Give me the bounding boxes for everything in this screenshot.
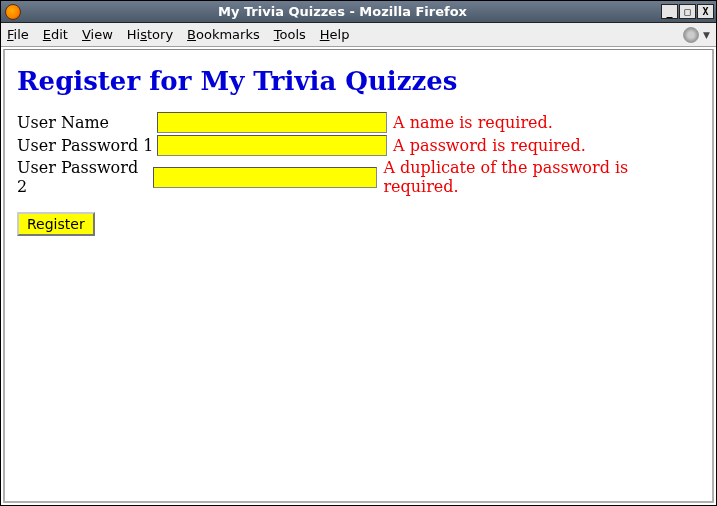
window-title: My Trivia Quizzes - Mozilla Firefox [25,4,660,19]
minimize-button[interactable]: _ [661,4,678,19]
menu-help[interactable]: Help [320,27,350,42]
menu-edit[interactable]: Edit [43,27,68,42]
titlebar: My Trivia Quizzes - Mozilla Firefox _ □ … [1,1,716,23]
menu-tools[interactable]: Tools [274,27,306,42]
throbber-icon [683,27,699,43]
password1-input[interactable] [157,135,387,156]
maximize-button[interactable]: □ [679,4,696,19]
password1-error: A password is required. [393,136,586,155]
menubar: File Edit View History Bookmarks Tools H… [1,23,716,47]
form-row-username: User Name A name is required. [17,112,700,133]
username-label: User Name [17,113,157,132]
password2-input[interactable] [153,167,377,188]
menu-bookmarks[interactable]: Bookmarks [187,27,260,42]
firefox-icon [5,4,21,20]
password1-label: User Password 1 [17,136,157,155]
password2-label: User Password 2 [17,158,153,196]
menu-history[interactable]: History [127,27,173,42]
form-row-password2: User Password 2 A duplicate of the passw… [17,158,700,196]
menu-file[interactable]: File [7,27,29,42]
close-button[interactable]: X [697,4,714,19]
password2-error: A duplicate of the password is required. [383,158,700,196]
browser-window: My Trivia Quizzes - Mozilla Firefox _ □ … [0,0,717,506]
window-controls: _ □ X [660,4,714,19]
submit-row: Register [17,212,700,236]
chevron-down-icon[interactable]: ▼ [703,30,710,40]
page-heading: Register for My Trivia Quizzes [17,66,700,96]
register-button[interactable]: Register [17,212,95,236]
username-error: A name is required. [393,113,553,132]
form-row-password1: User Password 1 A password is required. [17,135,700,156]
username-input[interactable] [157,112,387,133]
menu-view[interactable]: View [82,27,113,42]
page-content: Register for My Trivia Quizzes User Name… [3,49,714,503]
